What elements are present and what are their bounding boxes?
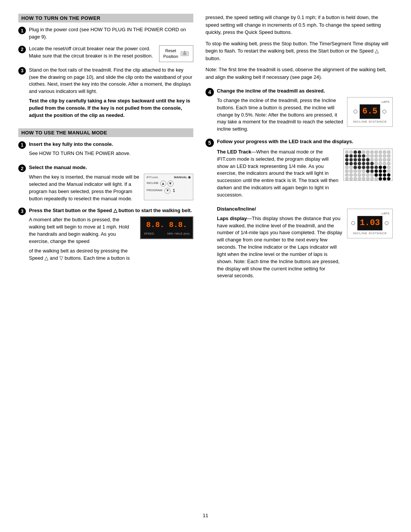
led-6-4 bbox=[358, 169, 361, 173]
led-8-11 bbox=[387, 177, 390, 181]
led-4-7 bbox=[370, 162, 374, 165]
led-2-9 bbox=[379, 154, 382, 158]
led-6-2 bbox=[349, 169, 353, 173]
incline-dot-right bbox=[382, 110, 386, 113]
manual-step2-text: When the key is inserted, the manual mod… bbox=[29, 174, 140, 202]
led-1-5 bbox=[362, 150, 365, 154]
dist-dot-left bbox=[351, 221, 355, 225]
led-3-6 bbox=[366, 158, 370, 161]
led-6-3 bbox=[354, 169, 357, 173]
led-3-10 bbox=[383, 158, 386, 161]
console-incline-label: INCLINE bbox=[147, 181, 159, 185]
step-num-1: 1 bbox=[18, 27, 26, 34]
step5-content: Follow your progress with the LED track … bbox=[217, 138, 393, 282]
led-2-6 bbox=[366, 154, 370, 158]
led-5-8 bbox=[374, 166, 378, 169]
step1-text: Plug in the power cord (see HOW TO PLUG … bbox=[29, 27, 186, 40]
step4-num: 4 bbox=[206, 88, 214, 96]
right-step4: 4 Change the incline of the treadmill as… bbox=[206, 88, 393, 133]
incline-down-btn: ▼ bbox=[167, 181, 174, 187]
led-3-9 bbox=[379, 158, 382, 161]
led-5-11 bbox=[387, 166, 390, 169]
distance-section: Distance/Incline/ Laps display—This disp… bbox=[217, 206, 393, 282]
dist-dash: — bbox=[247, 216, 252, 221]
led-7-1 bbox=[345, 173, 349, 177]
step5-num: 5 bbox=[206, 139, 214, 147]
led-row-3 bbox=[345, 158, 391, 161]
led-3-5 bbox=[362, 158, 365, 161]
incline-display-value: 6.5 bbox=[362, 107, 378, 116]
reset-label: Reset Position bbox=[163, 48, 178, 59]
incline-laps-label: LAPS bbox=[350, 100, 389, 104]
incline-up-btn: ▲ bbox=[160, 181, 166, 187]
led-4-9 bbox=[379, 162, 382, 165]
step2-text: Locate the reset/off circuit breaker nea… bbox=[29, 45, 155, 60]
program-down-btn: ▼ bbox=[164, 188, 170, 194]
led-1-6 bbox=[366, 150, 370, 154]
turn-on-step3: 3 Stand on the foot rails of the treadmi… bbox=[18, 67, 193, 121]
led-3-4 bbox=[358, 158, 361, 161]
led-5-2 bbox=[349, 166, 353, 169]
section-turn-on-header: HOW TO TURN ON THE POWER bbox=[18, 14, 193, 22]
led-4-8 bbox=[374, 162, 378, 165]
console-manual-label: MANUAL ◉ bbox=[174, 176, 191, 179]
manual-step1-text: See HOW TO TURN ON THE POWER above. bbox=[29, 150, 193, 157]
step3-text1: Stand on the foot rails of the treadmill… bbox=[29, 67, 193, 95]
led-7-4 bbox=[358, 173, 361, 177]
led-8-2 bbox=[349, 177, 353, 181]
led-1-8 bbox=[374, 150, 378, 154]
led-track-body: When the manual mode or the iFIT.com mod… bbox=[217, 149, 338, 198]
led-4-11 bbox=[387, 162, 390, 165]
page: HOW TO TURN ON THE POWER 1 Plug in the p… bbox=[0, 0, 411, 532]
dist-heading-bold2: Laps display bbox=[217, 216, 247, 221]
right-para3: Note: The first time the treadmill is us… bbox=[206, 66, 393, 81]
step4-bold: Change the incline of the treadmill as d… bbox=[217, 88, 325, 94]
led-4-5 bbox=[362, 162, 365, 165]
speed-display-value: 8.8. 8.8. bbox=[146, 219, 187, 230]
step4-body: To change the incline of the treadmill, … bbox=[217, 97, 343, 132]
led-7-2 bbox=[349, 173, 353, 177]
led-7-6 bbox=[366, 173, 370, 177]
led-4-1 bbox=[345, 162, 349, 165]
turn-on-step1: 1 Plug in the power cord (see HOW TO PLU… bbox=[18, 26, 193, 41]
led-7-10 bbox=[383, 173, 386, 177]
right-para2: To stop the walking belt, press the Stop… bbox=[206, 40, 393, 62]
led-5-9 bbox=[379, 166, 382, 169]
left-column: HOW TO TURN ON THE POWER 1 Plug in the p… bbox=[18, 14, 193, 505]
page-number: 11 bbox=[18, 513, 393, 518]
manual-step3-bold: Press the Start button or the Speed △ bu… bbox=[29, 208, 192, 213]
dist-body: This display shows the distance that you… bbox=[217, 216, 342, 279]
manual-step-num-3: 3 bbox=[18, 208, 26, 215]
led-8-3 bbox=[354, 177, 357, 181]
turn-on-step2: 2 Locate the reset/off circuit breaker n… bbox=[18, 45, 193, 62]
step2-body: Locate the reset/off circuit breaker nea… bbox=[29, 46, 153, 59]
led-8-10 bbox=[383, 177, 386, 181]
led-2-3 bbox=[354, 154, 357, 158]
manual-step1: 1 Insert the key fully into the console.… bbox=[18, 141, 193, 160]
right-para1: pressed, the speed setting will change b… bbox=[206, 14, 393, 36]
led-4-10 bbox=[383, 162, 386, 165]
led-8-8 bbox=[374, 177, 378, 181]
led-track-dash: — bbox=[251, 149, 256, 155]
led-7-8 bbox=[374, 173, 378, 177]
dist-incline-distance-label: INCLINE DISTANCE bbox=[350, 231, 389, 236]
led-2-2 bbox=[349, 154, 353, 158]
mile-label: MIN / MILE (km) bbox=[167, 232, 190, 236]
led-5-1 bbox=[345, 166, 349, 169]
console-num: 1 bbox=[173, 188, 175, 193]
led-1-1 bbox=[345, 150, 349, 154]
manual-step3-content: Press the Start button or the Speed △ bu… bbox=[29, 207, 193, 264]
led-7-11 bbox=[387, 173, 390, 177]
led-3-3 bbox=[354, 158, 357, 161]
section-manual-mode: HOW TO USE THE MANUAL MODE 1 Insert the … bbox=[18, 128, 193, 264]
manual-step2-bold: Select the manual mode. bbox=[29, 165, 87, 170]
led-6-7 bbox=[370, 169, 374, 173]
reset-position-image: Reset Position bbox=[159, 45, 193, 62]
console-program-label: PROGRAM bbox=[147, 189, 162, 192]
led-5-4 bbox=[358, 166, 361, 169]
led-track-text: The LED Track—When the manual mode or th… bbox=[217, 149, 339, 201]
svg-point-3 bbox=[184, 51, 185, 51]
manual-step-num-2: 2 bbox=[18, 165, 26, 172]
manual-step3-text: A moment after the button is pressed, th… bbox=[29, 216, 136, 264]
led-track-heading-bold: The LED Track bbox=[217, 149, 251, 155]
